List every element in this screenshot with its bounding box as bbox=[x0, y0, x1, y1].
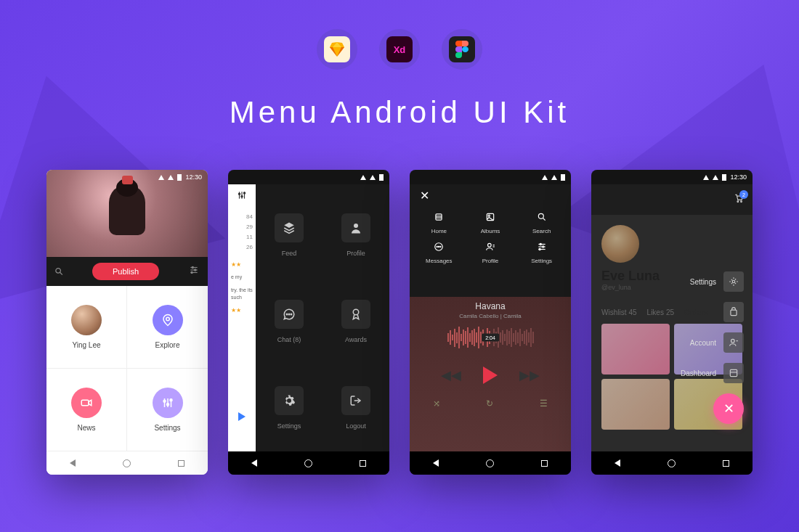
avatar[interactable] bbox=[601, 225, 639, 263]
svg-point-24 bbox=[353, 309, 359, 315]
menu-item-settings[interactable]: Settings bbox=[256, 365, 323, 451]
svg-point-19 bbox=[243, 192, 245, 194]
svg-point-6 bbox=[166, 317, 169, 321]
gear-icon bbox=[275, 386, 304, 415]
player-controls: ◀◀ ▶▶ bbox=[410, 367, 571, 384]
music-player: Havana Camila Cabello | Camila 2:04 ◀◀ ▶… bbox=[410, 297, 571, 451]
menu-item-awards[interactable]: Awards bbox=[323, 278, 389, 364]
logout-icon bbox=[341, 386, 370, 415]
menu-grid: Ying Lee Explore News Settings bbox=[46, 286, 208, 451]
menu-item-home[interactable]: Home bbox=[417, 212, 461, 234]
menu-item-settings[interactable]: Settings bbox=[519, 242, 564, 264]
repeat-icon[interactable]: ↻ bbox=[486, 398, 493, 409]
prev-icon[interactable]: ◀◀ bbox=[441, 367, 461, 383]
next-icon[interactable]: ▶▶ bbox=[519, 367, 540, 383]
avatar-icon bbox=[71, 305, 102, 335]
fab-item-dashboard[interactable]: Dashboard bbox=[681, 363, 744, 383]
back-icon[interactable] bbox=[433, 459, 439, 467]
play-icon[interactable] bbox=[483, 367, 498, 384]
gallery-item[interactable] bbox=[601, 379, 670, 430]
recents-icon[interactable] bbox=[178, 460, 184, 467]
svg-point-48 bbox=[732, 280, 735, 283]
android-nav-bar bbox=[46, 451, 208, 475]
user-icon bbox=[723, 332, 744, 353]
menu-item-profile[interactable]: Profile bbox=[323, 192, 389, 278]
play-icon[interactable] bbox=[238, 412, 246, 421]
figma-icon bbox=[442, 29, 482, 70]
sliders-icon[interactable] bbox=[189, 265, 199, 278]
action-bar: ⚲ Publish bbox=[46, 257, 208, 286]
svg-point-22 bbox=[288, 314, 290, 315]
shuffle-icon[interactable]: ⤨ bbox=[433, 398, 440, 409]
cart-icon[interactable]: 2 bbox=[734, 193, 744, 206]
svg-point-50 bbox=[731, 339, 735, 343]
home-icon[interactable] bbox=[668, 459, 676, 467]
fab-item-cart[interactable] bbox=[716, 302, 744, 322]
menu-item-profile[interactable]: Profile bbox=[469, 242, 513, 264]
android-nav-bar bbox=[591, 451, 753, 475]
search-icon bbox=[537, 212, 547, 224]
tab-wishlist[interactable]: Wishlist45 bbox=[601, 308, 637, 316]
home-icon[interactable] bbox=[304, 459, 312, 467]
phone-mockup-3: ✕ Home Albums Search Messages Profile Se… bbox=[410, 170, 571, 475]
recents-icon[interactable] bbox=[723, 460, 729, 467]
status-bar bbox=[228, 170, 389, 184]
svg-point-34 bbox=[437, 246, 437, 247]
attachment-icon[interactable]: ⚲ bbox=[52, 265, 65, 278]
song-title: Havana bbox=[410, 297, 571, 311]
status-bar: 12:30 bbox=[46, 170, 208, 184]
home-icon bbox=[434, 212, 444, 224]
back-icon[interactable] bbox=[70, 459, 76, 467]
grid-item-news[interactable]: News bbox=[46, 369, 127, 451]
menu-item-feed[interactable]: Feed bbox=[256, 192, 323, 278]
queue-icon[interactable]: ☰ bbox=[540, 398, 548, 409]
home-icon[interactable] bbox=[123, 459, 131, 467]
top-bar: 2 bbox=[591, 184, 753, 215]
gear-icon bbox=[723, 271, 744, 292]
android-nav-bar bbox=[410, 451, 571, 475]
menu-item-search[interactable]: Search bbox=[519, 212, 564, 234]
gallery-item[interactable] bbox=[601, 324, 670, 375]
grid-item-settings[interactable]: Settings bbox=[127, 369, 208, 451]
close-icon[interactable]: ✕ bbox=[420, 189, 429, 202]
tab-likes[interactable]: Likes25 bbox=[647, 308, 674, 316]
message-icon bbox=[434, 242, 444, 253]
recents-icon[interactable] bbox=[360, 460, 366, 467]
side-strip: 84 29 11 26 ★★ e my try. the its such ★★ bbox=[228, 184, 256, 451]
fab-close-button[interactable]: ✕ bbox=[713, 393, 744, 424]
menu-item-chat[interactable]: Chat (8) bbox=[256, 278, 323, 364]
xd-icon: Xd bbox=[379, 29, 420, 70]
fab-item-settings[interactable]: Settings bbox=[690, 271, 744, 292]
sliders-icon bbox=[153, 388, 183, 418]
svg-point-20 bbox=[354, 224, 358, 228]
menu-item-logout[interactable]: Logout bbox=[323, 365, 389, 451]
svg-point-5 bbox=[191, 271, 192, 273]
home-icon[interactable] bbox=[486, 459, 494, 467]
grid-item-profile[interactable]: Ying Lee bbox=[46, 286, 127, 369]
layers-icon bbox=[275, 213, 304, 242]
fab-item-account[interactable]: Account bbox=[690, 332, 744, 353]
sketch-icon bbox=[317, 29, 357, 70]
status-bar: 12:30 bbox=[591, 170, 753, 184]
phone-mockup-2: 84 29 11 26 ★★ e my try. the its such ★★… bbox=[228, 170, 389, 475]
menu-item-albums[interactable]: Albums bbox=[469, 212, 513, 234]
svg-point-18 bbox=[241, 196, 243, 197]
svg-point-4 bbox=[195, 269, 196, 271]
publish-button[interactable]: Publish bbox=[92, 263, 159, 280]
back-icon[interactable] bbox=[251, 459, 257, 467]
svg-line-32 bbox=[543, 218, 545, 221]
svg-rect-7 bbox=[81, 400, 89, 406]
fab-menu: Settings Account Dashboard ✕ bbox=[681, 271, 744, 424]
svg-rect-52 bbox=[730, 369, 737, 376]
svg-point-30 bbox=[488, 215, 490, 216]
recents-icon[interactable] bbox=[541, 460, 548, 467]
svg-point-47 bbox=[741, 201, 742, 202]
grid-icon bbox=[723, 363, 744, 383]
grid-item-explore[interactable]: Explore bbox=[127, 286, 208, 369]
image-icon bbox=[485, 212, 495, 224]
sliders-icon[interactable] bbox=[228, 184, 256, 206]
back-icon[interactable] bbox=[615, 459, 620, 467]
menu-item-messages[interactable]: Messages bbox=[417, 242, 461, 264]
svg-point-11 bbox=[163, 400, 166, 402]
waveform[interactable]: 2:04 bbox=[410, 319, 571, 356]
